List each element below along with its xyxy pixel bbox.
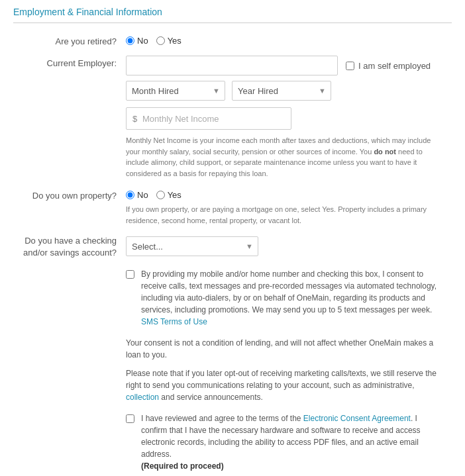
property-radio-group: No Yes	[126, 188, 452, 200]
retired-radio-group: No Yes	[126, 34, 452, 46]
self-employed-label[interactable]: I am self employed	[346, 61, 431, 71]
hire-date-row: Month Hired January February March April…	[126, 81, 452, 101]
property-yes-radio[interactable]	[156, 191, 165, 199]
checking-savings-select[interactable]: Select... Yes No	[126, 236, 258, 256]
net-income-info: Monthly Net Income is your income each m…	[126, 135, 444, 179]
retired-no-label[interactable]: No	[126, 36, 148, 46]
retired-content: No Yes	[126, 34, 452, 46]
property-row: Do you own property? No Yes If you own p…	[13, 188, 452, 226]
retired-yes-radio[interactable]	[156, 36, 165, 45]
retired-no-text: No	[137, 36, 148, 46]
employer-input-row: I am self employed	[126, 56, 452, 75]
self-employed-text: I am self employed	[358, 61, 431, 71]
self-employed-checkbox[interactable]	[346, 62, 354, 70]
checking-savings-row: Do you have a checking and/or savings ac…	[13, 235, 452, 259]
retired-row: Are you retired? No Yes	[13, 34, 452, 46]
retired-label: Are you retired?	[13, 34, 126, 46]
mobile-consent-text: By providing my mobile and/or home numbe…	[141, 268, 445, 328]
retired-yes-text: Yes	[168, 36, 181, 46]
checking-savings-label: Do you have a checking and/or savings ac…	[13, 235, 126, 259]
retired-yes-label[interactable]: Yes	[156, 36, 181, 46]
electronic-consent-required: (Required to proceed)	[141, 461, 224, 471]
consent-section: By providing my mobile and/or home numbe…	[126, 268, 445, 476]
section-title: Employment & Financial Information	[13, 7, 452, 23]
month-hired-wrapper: Month Hired January February March April…	[126, 81, 225, 101]
sms-terms-link[interactable]: SMS Terms of Use	[141, 317, 207, 326]
year-hired-select[interactable]: Year Hired 2024 2023 2022 2021 2020 2019…	[232, 81, 331, 101]
employer-row: Current Employer: I am self employed Mon…	[13, 56, 452, 179]
dollar-sign-icon: $	[132, 114, 137, 124]
property-no-text: No	[137, 190, 148, 200]
month-hired-select[interactable]: Month Hired January February March April…	[126, 81, 225, 101]
electronic-consent-link[interactable]: Electronic Consent Agreement	[303, 414, 411, 423]
collection-link[interactable]: collection	[126, 393, 159, 402]
property-no-label[interactable]: No	[126, 190, 148, 200]
year-hired-wrapper: Year Hired 2024 2023 2022 2021 2020 2019…	[232, 81, 331, 101]
property-content: No Yes If you own property, or are payin…	[126, 188, 452, 226]
net-income-input[interactable]	[126, 107, 291, 130]
mobile-consent-checkbox[interactable]	[126, 270, 134, 279]
electronic-consent-checkbox[interactable]	[126, 414, 134, 423]
please-note-text: Please note that if you later opt-out of…	[126, 367, 445, 403]
retired-no-radio[interactable]	[126, 36, 134, 45]
property-yes-text: Yes	[168, 190, 181, 200]
do-not-text: do not	[374, 148, 396, 156]
property-no-radio[interactable]	[126, 191, 134, 199]
employer-input[interactable]	[126, 56, 338, 75]
electronic-consent-text: I have reviewed and agree to the terms o…	[141, 412, 445, 472]
page-container: Employment & Financial Information Are y…	[0, 0, 465, 476]
checking-savings-wrapper: Select... Yes No ▼	[126, 236, 258, 256]
property-info-text: If you own property, or are paying a mor…	[126, 204, 444, 226]
net-income-wrapper: $	[126, 107, 452, 130]
your-consent-text: Your consent is not a condition of lendi…	[126, 337, 445, 361]
electronic-consent-item: I have reviewed and agree to the terms o…	[126, 412, 445, 472]
employer-content: I am self employed Month Hired January F…	[126, 56, 452, 179]
mobile-consent-item: By providing my mobile and/or home numbe…	[126, 268, 445, 328]
employer-label: Current Employer:	[13, 56, 126, 68]
checking-savings-content: Select... Yes No ▼	[126, 235, 452, 256]
property-label: Do you own property?	[13, 188, 126, 201]
property-yes-label[interactable]: Yes	[156, 190, 181, 200]
